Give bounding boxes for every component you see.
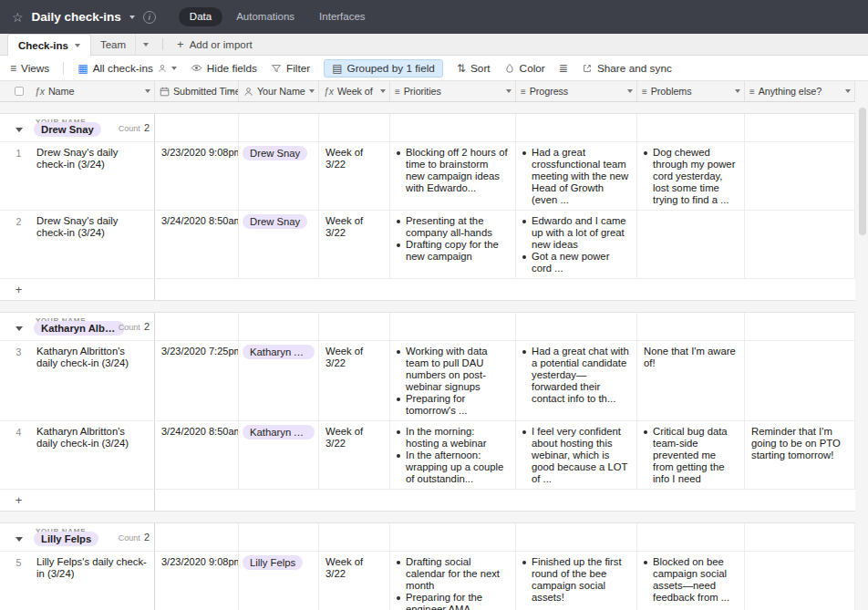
cell-problems[interactable]: Dog chewed through my power cord yesterd… xyxy=(637,142,745,210)
cell-week-of[interactable]: Week of 3/22 xyxy=(319,552,390,610)
column-header-week-of[interactable]: ƒx Week of xyxy=(319,81,390,101)
chevron-down-icon[interactable] xyxy=(380,89,386,93)
table-tab-checkins[interactable]: Check-ins xyxy=(7,34,91,56)
filter-button[interactable]: Filter xyxy=(271,62,310,75)
views-button[interactable]: ≡ Views xyxy=(10,62,49,75)
cell-priorities[interactable]: In the morning: hosting a webinar In the… xyxy=(390,421,516,489)
group-button[interactable]: ▤ Grouped by 1 field xyxy=(324,59,443,78)
row-number[interactable]: 5 xyxy=(7,552,30,610)
table-row: 3 Katharyn Albritton's daily check-in (3… xyxy=(0,341,855,421)
cell-anything-else[interactable]: Reminder that I'm going to be on PTO sta… xyxy=(745,421,855,489)
color-button[interactable]: Color xyxy=(504,62,545,75)
chevron-down-icon[interactable] xyxy=(627,89,633,93)
cell-progress[interactable]: Finished up the first round of the bee c… xyxy=(516,552,637,610)
group-count: Count2 xyxy=(119,532,150,543)
column-header-anything-else[interactable]: ≡ Anything else? xyxy=(745,81,855,101)
cell-submitted-time[interactable]: 3/23/2020 9:08pm xyxy=(155,552,239,610)
cell-name[interactable]: Drew Snay's daily check-in (3/24) xyxy=(30,211,155,278)
cell-progress[interactable]: Had a great chat with a potential candid… xyxy=(516,341,637,420)
bullet-icon xyxy=(644,561,647,564)
cell-name[interactable]: Katharyn Albritton's daily check-in (3/2… xyxy=(30,421,155,489)
chevron-down-icon[interactable] xyxy=(309,89,315,93)
cell-your-name[interactable]: Katharyn Albritton xyxy=(239,421,319,489)
cell-progress[interactable]: Edwardo and I came up with a lot of grea… xyxy=(516,211,637,278)
cell-week-of[interactable]: Week of 3/22 xyxy=(319,341,390,420)
table-tab-team-menu[interactable] xyxy=(135,34,156,55)
column-header-submitted-time[interactable]: Submitted Time xyxy=(155,81,239,101)
column-header-your-name[interactable]: Your Name xyxy=(239,81,319,101)
cell-problems[interactable] xyxy=(637,211,745,278)
share-and-sync-button[interactable]: Share and sync xyxy=(582,62,672,75)
bullet-icon xyxy=(522,151,526,155)
scrollbar-thumb[interactable] xyxy=(859,108,866,235)
cell-priorities[interactable]: Working with data team to pull DAU numbe… xyxy=(390,341,516,420)
current-view-button[interactable]: ▦ All check-ins xyxy=(78,62,177,75)
cell-priorities[interactable]: Blocking off 2 hours of time to brainsto… xyxy=(390,142,516,210)
sort-button[interactable]: ⇅ Sort xyxy=(457,62,491,75)
cell-problems[interactable]: None that I'm aware of! xyxy=(637,341,745,420)
collapse-group-icon[interactable] xyxy=(16,529,23,545)
cell-progress[interactable]: I feel very confident about hosting this… xyxy=(516,421,637,489)
bullet-icon xyxy=(522,220,526,223)
vertical-scrollbar[interactable] xyxy=(859,108,866,491)
chevron-down-icon[interactable] xyxy=(506,89,512,93)
cell-progress[interactable]: Had a great crossfunctional team meeting… xyxy=(516,142,637,210)
cell-anything-else[interactable] xyxy=(745,341,855,420)
add-or-import-button[interactable]: + Add or import xyxy=(170,34,260,55)
cell-name[interactable]: Lilly Felps's daily check-in (3/24) xyxy=(30,552,155,610)
add-record-row[interactable]: + xyxy=(0,279,855,300)
cell-name[interactable]: Drew Snay's daily check-in (3/24) xyxy=(30,142,155,210)
tab-automations[interactable]: Automations xyxy=(225,7,305,26)
collapse-group-icon[interactable] xyxy=(16,119,23,136)
share-icon xyxy=(582,63,593,74)
column-header-problems[interactable]: ≡ Problems xyxy=(637,81,745,101)
cell-week-of[interactable]: Week of 3/22 xyxy=(319,421,390,489)
column-header-name[interactable]: ƒx Name xyxy=(30,81,155,101)
row-height-icon: ≣ xyxy=(559,63,568,74)
cell-priorities[interactable]: Presenting at the company all-hands Draf… xyxy=(390,211,516,278)
top-bar: ☆ Daily check-ins i Data Automations Int… xyxy=(0,0,868,34)
user-chip: Drew Snay xyxy=(243,214,307,229)
cell-anything-else[interactable] xyxy=(745,211,855,278)
cell-name[interactable]: Katharyn Albritton's daily check-in (3/2… xyxy=(30,341,155,420)
cell-problems[interactable]: Critical bug data team-side prevented me… xyxy=(637,421,745,489)
chevron-down-icon[interactable] xyxy=(735,89,740,93)
cell-submitted-time[interactable]: 3/23/2020 7:25pm xyxy=(155,341,239,420)
row-number[interactable]: 2 xyxy=(7,211,30,278)
chevron-down-icon[interactable] xyxy=(229,89,234,93)
row-number[interactable]: 1 xyxy=(7,142,30,210)
divider xyxy=(63,62,64,75)
row-number[interactable]: 3 xyxy=(7,341,30,420)
column-header-progress[interactable]: ≡ Progress xyxy=(516,81,637,101)
chevron-down-icon[interactable] xyxy=(845,89,851,93)
cell-anything-else[interactable] xyxy=(745,552,855,610)
tab-interfaces[interactable]: Interfaces xyxy=(308,7,377,26)
chevron-down-icon[interactable] xyxy=(145,89,150,93)
cell-submitted-time[interactable]: 3/23/2020 9:08pm xyxy=(155,142,239,210)
hide-fields-button[interactable]: Hide fields xyxy=(191,62,257,75)
info-icon[interactable]: i xyxy=(143,11,156,24)
star-icon[interactable]: ☆ xyxy=(12,11,24,24)
chevron-down-icon[interactable] xyxy=(129,16,135,19)
cell-your-name[interactable]: Drew Snay xyxy=(239,142,319,210)
tab-data[interactable]: Data xyxy=(179,7,222,26)
cell-submitted-time[interactable]: 3/24/2020 8:50am xyxy=(155,211,239,278)
cell-anything-else[interactable] xyxy=(745,142,855,210)
cell-submitted-time[interactable]: 3/24/2020 8:50am xyxy=(155,421,239,489)
base-title[interactable]: Daily check-ins xyxy=(32,10,121,24)
collapse-group-icon[interactable] xyxy=(16,318,23,335)
cell-priorities[interactable]: Drafting social calendar for the next mo… xyxy=(390,552,516,610)
row-height-button[interactable]: ≣ xyxy=(559,63,568,74)
cell-week-of[interactable]: Week of 3/22 xyxy=(319,211,390,278)
table-tab-team[interactable]: Team xyxy=(91,34,135,55)
chevron-down-icon xyxy=(143,43,149,47)
add-record-row[interactable]: + xyxy=(0,490,855,511)
cell-week-of[interactable]: Week of 3/22 xyxy=(319,142,390,210)
column-header-priorities[interactable]: ≡ Priorities xyxy=(390,81,516,101)
cell-your-name[interactable]: Katharyn Albritton xyxy=(239,341,319,420)
cell-your-name[interactable]: Lilly Felps xyxy=(239,552,319,610)
row-number[interactable]: 4 xyxy=(7,421,30,489)
select-all-checkbox[interactable] xyxy=(7,81,30,101)
cell-problems[interactable]: Blocked on bee campaign social assets—ne… xyxy=(637,552,745,610)
cell-your-name[interactable]: Drew Snay xyxy=(239,211,319,278)
